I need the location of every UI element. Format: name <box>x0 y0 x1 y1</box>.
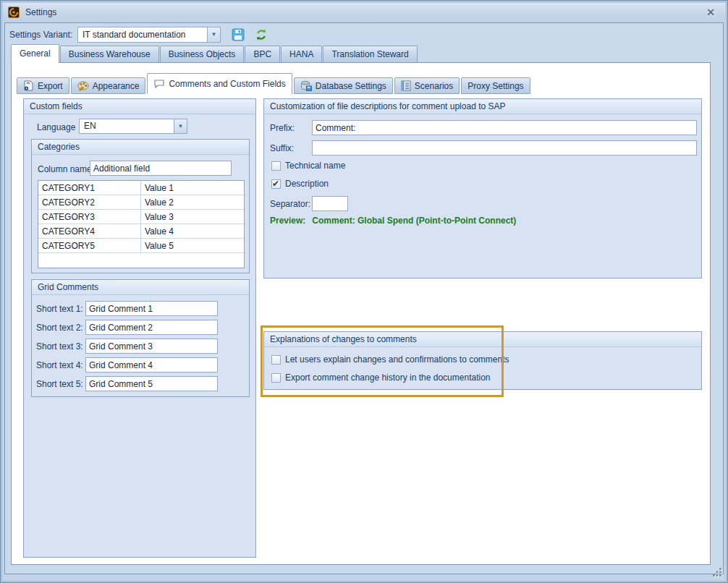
custom-fields-group: Custom fields Language EN ▼ Categories C… <box>23 98 256 558</box>
short-text-4-label: Short text 4: <box>36 360 83 370</box>
tab-scenarios-label: Scenarios <box>415 81 453 91</box>
tab-export[interactable]: Export <box>17 77 69 94</box>
checkbox-box[interactable] <box>271 161 281 171</box>
short-text-3-input[interactable] <box>85 339 218 354</box>
scenarios-icon <box>401 80 411 91</box>
table-row[interactable]: CATEGORY3 Value 3 <box>38 210 244 224</box>
short-text-3-label: Short text 3: <box>36 341 83 352</box>
separator-input[interactable] <box>312 196 348 211</box>
category-value: Value 5 <box>141 239 244 252</box>
tab-scenarios[interactable]: Scenarios <box>394 77 460 94</box>
settings-variant-label: Settings Variant: <box>9 30 72 40</box>
main-tab-strip: General Business Warehouse Business Obje… <box>11 43 418 62</box>
title-bar: Settings ✕ <box>3 3 725 22</box>
categories-title: Categories <box>32 140 249 155</box>
column-name-label: Column name: <box>38 164 94 174</box>
table-row[interactable]: CATEGORY1 Value 1 <box>38 181 244 195</box>
short-text-5-input[interactable] <box>85 376 218 391</box>
custom-fields-title: Custom fields <box>24 99 255 114</box>
short-text-4-input[interactable] <box>85 357 218 373</box>
short-text-1-label: Short text 1: <box>36 304 83 314</box>
checkbox-box[interactable] <box>271 179 281 189</box>
table-row[interactable]: CATEGORY2 Value 2 <box>38 195 244 210</box>
explanations-title: Explanations of changes to comments <box>264 332 701 347</box>
inner-tab-strip: Export Appearance Comments and Custom Fi… <box>17 73 530 94</box>
tab-appearance-label: Appearance <box>93 81 140 91</box>
column-name-input[interactable] <box>90 161 232 176</box>
save-variant-button[interactable] <box>231 27 245 42</box>
prefix-input[interactable] <box>312 120 697 135</box>
table-row[interactable]: CATEGORY5 Value 5 <box>38 239 244 253</box>
resize-grip[interactable] <box>712 567 722 577</box>
save-icon <box>232 28 245 41</box>
category-value: Value 2 <box>141 195 244 209</box>
category-key: CATEGORY5 <box>38 239 141 252</box>
export-history-checkbox[interactable]: Export comment change history in the doc… <box>271 373 491 383</box>
chevron-down-icon[interactable]: ▼ <box>207 27 220 42</box>
grid-comments-title: Grid Comments <box>32 280 249 295</box>
settings-variant-combobox[interactable]: IT standard documentation ▼ <box>77 27 221 43</box>
tab-bpc[interactable]: BPC <box>245 46 280 62</box>
appearance-icon <box>77 80 89 91</box>
explanations-group: Explanations of changes to comments Let … <box>263 331 702 390</box>
short-text-5-label: Short text 5: <box>36 379 83 389</box>
checkbox-box[interactable] <box>271 355 281 365</box>
tab-proxy-settings[interactable]: Proxy Settings <box>461 77 530 94</box>
tab-comments-label: Comments and Custom Fields <box>169 79 285 89</box>
tab-general[interactable]: General <box>11 44 59 63</box>
preview-row: Preview:Comment: Global Spend (Point-to-… <box>270 216 516 226</box>
table-row[interactable]: CATEGORY4 Value 4 <box>38 224 244 239</box>
settings-variant-value: IT standard documentation <box>78 27 207 42</box>
main-panel: Settings Variant: IT standard documentat… <box>4 22 724 574</box>
technical-name-checkbox[interactable]: Technical name <box>271 161 345 171</box>
window-title: Settings <box>25 7 56 17</box>
let-users-explain-checkbox[interactable]: Let users explain changes and confirmati… <box>271 354 509 365</box>
close-icon[interactable]: ✕ <box>704 6 717 19</box>
short-text-2-label: Short text 2: <box>36 323 83 333</box>
tab-hana[interactable]: HANA <box>281 46 322 62</box>
category-key: CATEGORY1 <box>38 181 141 195</box>
customization-title: Customization of file descriptions for c… <box>264 99 701 114</box>
tab-business-objects[interactable]: Business Objects <box>160 46 245 62</box>
refresh-button[interactable] <box>254 27 268 42</box>
customization-group: Customization of file descriptions for c… <box>263 98 702 278</box>
category-key: CATEGORY4 <box>38 224 141 238</box>
general-tab-page: Export Appearance Comments and Custom Fi… <box>11 62 711 565</box>
categories-group: Categories Column name: CATEGORY1 Value … <box>31 139 250 273</box>
let-users-explain-label: Let users explain changes and confirmati… <box>285 354 509 365</box>
language-combobox[interactable]: EN ▼ <box>79 119 187 134</box>
grid-comments-group: Grid Comments Short text 1: Short text 2… <box>31 279 250 397</box>
tab-appearance[interactable]: Appearance <box>71 77 146 94</box>
category-key: CATEGORY2 <box>38 195 141 209</box>
technical-name-label: Technical name <box>285 161 345 171</box>
refresh-icon <box>255 28 268 41</box>
checkbox-box[interactable] <box>271 373 281 383</box>
short-text-2-input[interactable] <box>85 320 218 335</box>
tab-proxy-label: Proxy Settings <box>467 81 523 91</box>
export-icon <box>23 80 34 91</box>
description-label: Description <box>285 179 329 189</box>
export-history-label: Export comment change history in the doc… <box>285 373 491 383</box>
category-value: Value 1 <box>141 181 244 195</box>
categories-table: CATEGORY1 Value 1 CATEGORY2 Value 2 CATE… <box>38 180 245 268</box>
tab-comments-and-custom-fields[interactable]: Comments and Custom Fields <box>147 73 292 94</box>
tab-database-label: Database Settings <box>316 81 386 91</box>
category-key: CATEGORY3 <box>38 210 141 224</box>
language-value: EN <box>80 119 174 133</box>
suffix-input[interactable] <box>312 140 697 156</box>
tab-translation-steward[interactable]: Translation Steward <box>323 46 417 62</box>
language-label: Language <box>37 122 75 132</box>
short-text-1-input[interactable] <box>85 301 218 316</box>
tab-database-settings[interactable]: Database Settings <box>294 77 393 94</box>
database-icon <box>300 80 312 91</box>
description-checkbox[interactable]: Description <box>271 179 329 189</box>
category-value: Value 4 <box>141 224 244 238</box>
tab-business-warehouse[interactable]: Business Warehouse <box>60 46 159 62</box>
chevron-down-icon[interactable]: ▼ <box>174 119 187 133</box>
preview-label: Preview: <box>270 216 305 226</box>
settings-window: Settings ✕ Settings Variant: IT standard… <box>0 0 728 583</box>
app-icon <box>8 7 20 18</box>
comment-icon <box>153 79 165 89</box>
suffix-label: Suffix: <box>270 143 294 153</box>
category-value: Value 3 <box>141 210 244 224</box>
